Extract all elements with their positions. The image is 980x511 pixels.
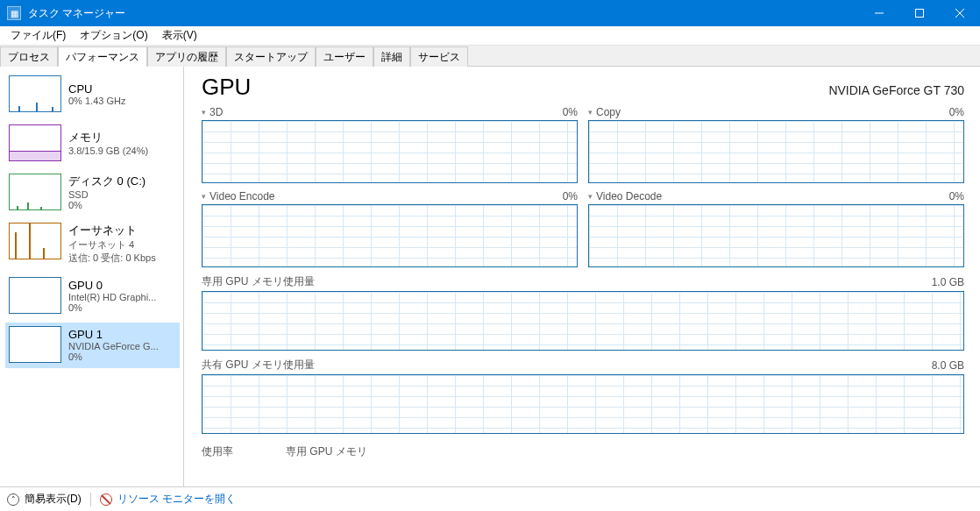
sidebar-gpu0-title: GPU 0 [68,279,156,292]
menu-file[interactable]: ファイル(F) [4,26,73,45]
engine-row-1: ▾ 3D 0% ▾ Copy 0% [202,106,964,183]
titlebar: ▦ タスク マネージャー [0,0,980,26]
statusbar: ˄ 簡易表示(D) リソース モニターを開く [0,486,980,511]
engine-3d: ▾ 3D 0% [202,106,578,183]
app-icon: ▦ [7,6,21,20]
chevron-down-icon: ▾ [202,192,206,201]
engine-copy-selector[interactable]: ▾ Copy [588,106,621,118]
engine-copy-label: Copy [596,106,621,118]
sidebar-cpu-sub: 0% 1.43 GHz [68,96,125,106]
svg-rect-1 [916,10,924,18]
sidebar-gpu0-sub2: 0% [68,302,156,313]
sidebar-item-memory[interactable]: メモリ 3.8/15.9 GB (24%) [5,121,180,167]
shared-mem-value: 8.0 GB [932,359,964,372]
close-button[interactable] [940,0,980,26]
engine-3d-selector[interactable]: ▾ 3D [202,106,223,118]
dedicated-mem-chart [202,291,964,351]
sidebar-disk-title: ディスク 0 (C:) [68,174,146,189]
sidebar-gpu0-sub1: Intel(R) HD Graphi... [68,292,156,302]
engine-3d-chart [202,120,578,183]
tab-processes[interactable]: プロセス [0,46,58,67]
window-controls [859,0,980,26]
main-heading: GPU [202,74,251,101]
menu-view[interactable]: 表示(V) [155,26,204,45]
sidebar-item-ethernet[interactable]: イーサネット イーサネット 4 送信: 0 受信: 0 Kbps [5,219,180,270]
shared-mem-chart [202,374,964,434]
sidebar-mem-sub: 3.8/15.9 GB (24%) [68,145,148,156]
open-resource-monitor[interactable]: リソース モニターを開く [100,492,236,507]
tab-startup[interactable]: スタートアップ [226,46,316,67]
sidebar-gpu1-info: GPU 1 NVIDIA GeForce G... 0% [68,326,159,363]
engine-copy-chart [588,120,964,183]
shared-mem-label: 共有 GPU メモリ使用量 [202,358,315,373]
sidebar-gpu1-title: GPU 1 [68,328,159,341]
main-header: GPU NVIDIA GeForce GT 730 [202,74,964,101]
gpu0-thumbnail-chart [9,277,61,314]
sidebar-disk-sub1: SSD [68,189,146,200]
disk-thumbnail-chart [9,174,61,210]
tab-users[interactable]: ユーザー [316,46,373,67]
sidebar-eth-sub1: イーサネット 4 [68,238,156,252]
menu-options[interactable]: オプション(O) [73,26,154,45]
sidebar-cpu-info: CPU 0% 1.43 GHz [68,75,125,112]
sidebar: CPU 0% 1.43 GHz メモリ 3.8/15.9 GB (24%) ディ… [0,67,184,486]
window-title: タスク マネージャー [28,6,859,21]
dedicated-mem-label: 専用 GPU メモリ使用量 [202,274,315,289]
engine-venc-selector[interactable]: ▾ Video Encode [202,190,275,202]
content: CPU 0% 1.43 GHz メモリ 3.8/15.9 GB (24%) ディ… [0,67,980,486]
fewer-details-label: 簡易表示(D) [25,492,82,507]
sidebar-disk-info: ディスク 0 (C:) SSD 0% [68,174,146,210]
sidebar-gpu1-sub2: 0% [68,351,159,362]
sidebar-cpu-title: CPU [68,82,125,96]
cpu-thumbnail-chart [9,75,61,112]
maximize-button[interactable] [899,0,940,26]
dedicated-mem-section: 専用 GPU メモリ使用量 1.0 GB [202,274,964,351]
chevron-down-icon: ▾ [588,108,593,117]
fewer-details-button[interactable]: ˄ 簡易表示(D) [7,492,82,507]
engine-venc-chart [202,204,578,267]
footer-util-label: 使用率 [202,444,233,459]
chevron-down-icon: ▾ [202,108,206,117]
resource-monitor-icon [100,493,112,506]
footer-stats: 使用率 専用 GPU メモリ [202,441,964,459]
engine-row-2: ▾ Video Encode 0% ▾ Video Decode 0% [202,190,964,267]
shared-mem-section: 共有 GPU メモリ使用量 8.0 GB [202,358,964,434]
sidebar-item-gpu1[interactable]: GPU 1 NVIDIA GeForce G... 0% [5,323,180,368]
tab-services[interactable]: サービス [410,46,468,67]
open-resource-monitor-label: リソース モニターを開く [117,492,236,507]
sidebar-gpu1-sub1: NVIDIA GeForce G... [68,341,159,351]
sidebar-disk-sub2: 0% [68,200,146,210]
ethernet-thumbnail-chart [9,223,61,259]
device-name: NVIDIA GeForce GT 730 [828,83,964,97]
engine-venc-value: 0% [563,190,578,202]
sidebar-item-gpu0[interactable]: GPU 0 Intel(R) HD Graphi... 0% [5,273,180,319]
main-panel: GPU NVIDIA GeForce GT 730 ▾ 3D 0% ▾ [184,67,980,486]
engine-vdec-label: Video Decode [596,190,662,202]
menubar: ファイル(F) オプション(O) 表示(V) [0,26,980,46]
chevron-up-circle-icon: ˄ [7,493,19,506]
tabs: プロセス パフォーマンス アプリの履歴 スタートアップ ユーザー 詳細 サービス [0,46,980,67]
engine-vdec: ▾ Video Decode 0% [588,190,964,267]
footer-dedmem-label: 専用 GPU メモリ [286,444,367,459]
chevron-down-icon: ▾ [588,192,593,201]
tab-performance[interactable]: パフォーマンス [58,46,147,67]
sidebar-gpu0-info: GPU 0 Intel(R) HD Graphi... 0% [68,277,156,314]
dedicated-mem-value: 1.0 GB [932,276,964,288]
engine-vdec-value: 0% [949,190,964,202]
sidebar-eth-title: イーサネット [68,223,156,238]
engine-3d-value: 0% [563,106,578,118]
engine-venc: ▾ Video Encode 0% [202,190,578,267]
divider [90,493,91,507]
sidebar-item-cpu[interactable]: CPU 0% 1.43 GHz [5,72,180,117]
engine-copy: ▾ Copy 0% [588,106,964,183]
engine-copy-value: 0% [949,106,964,118]
tab-apphistory[interactable]: アプリの履歴 [147,46,226,67]
sidebar-mem-title: メモリ [68,130,148,145]
engine-vdec-chart [588,204,964,267]
sidebar-eth-sub2: 送信: 0 受信: 0 Kbps [68,252,156,265]
engine-venc-label: Video Encode [209,190,275,202]
engine-vdec-selector[interactable]: ▾ Video Decode [588,190,662,202]
sidebar-item-disk[interactable]: ディスク 0 (C:) SSD 0% [5,170,180,216]
minimize-button[interactable] [859,0,899,26]
tab-details[interactable]: 詳細 [373,46,410,67]
